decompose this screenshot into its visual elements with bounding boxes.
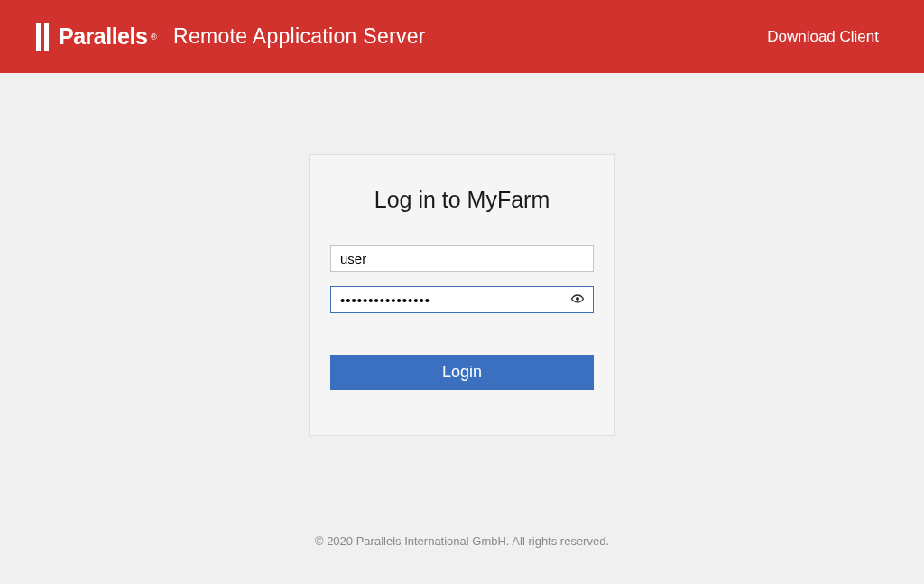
svg-point-0 [576,297,579,301]
show-password-icon[interactable] [570,292,585,307]
download-client-link[interactable]: Download Client [767,28,879,46]
header-left: Parallels ® Remote Application Server [36,23,426,51]
login-card: Log in to MyFarm Login [309,154,615,436]
login-button[interactable]: Login [330,355,594,390]
login-title: Log in to MyFarm [374,187,550,213]
trademark-icon: ® [151,32,157,42]
main-content: Log in to MyFarm Login [0,73,924,436]
product-name: Remote Application Server [173,24,426,49]
header-bar: Parallels ® Remote Application Server Do… [0,0,924,73]
footer-copyright: © 2020 Parallels International GmbH. All… [0,534,924,548]
password-wrapper [330,286,594,313]
brand-name: Parallels [59,23,147,50]
password-input[interactable] [330,286,594,313]
logo-bars-icon [36,23,49,51]
parallels-logo: Parallels ® [36,23,157,51]
username-input[interactable] [330,245,594,272]
